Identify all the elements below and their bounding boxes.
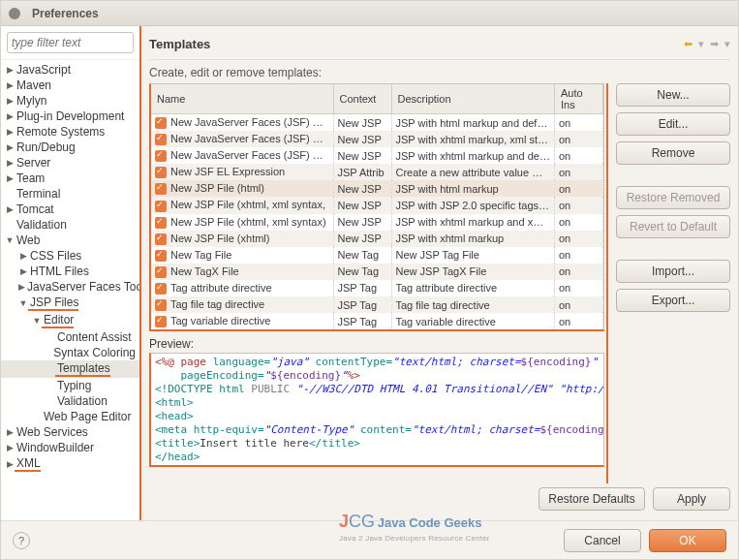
expand-icon[interactable]: ▶ xyxy=(5,111,15,121)
tree-item[interactable]: ▼Editor xyxy=(1,312,139,329)
expand-icon[interactable]: ▼ xyxy=(32,316,42,326)
table-row[interactable]: New JSP File (xhtml, xml syntax)New JSPJ… xyxy=(151,214,603,231)
tree-item[interactable]: ▶JavaScript xyxy=(1,62,139,78)
tree-item[interactable]: ▶Team xyxy=(1,171,139,186)
col-autoins[interactable]: Auto Ins xyxy=(555,84,603,114)
remove-button[interactable]: Remove xyxy=(616,141,730,165)
tree-item-label: Terminal xyxy=(15,187,60,201)
expand-icon[interactable]: ▼ xyxy=(5,235,15,245)
tree-item[interactable]: ▶CSS Files xyxy=(1,248,139,264)
expand-icon[interactable]: ▶ xyxy=(5,158,15,168)
expand-icon[interactable]: ▶ xyxy=(18,251,28,261)
preference-tree[interactable]: ▶JavaScript▶Maven▶Mylyn▶Plug-in Developm… xyxy=(1,60,139,520)
tree-item[interactable]: Content Assist xyxy=(1,329,139,345)
sidebar: ▶JavaScript▶Maven▶Mylyn▶Plug-in Developm… xyxy=(1,26,141,520)
expand-icon[interactable]: ▶ xyxy=(5,173,15,183)
tree-item-label: JSP Files xyxy=(28,296,78,311)
expand-icon[interactable]: ▶ xyxy=(5,65,15,75)
close-icon[interactable] xyxy=(9,8,20,19)
checkbox-icon[interactable] xyxy=(155,233,167,245)
checkbox-icon[interactable] xyxy=(155,316,167,327)
expand-icon[interactable]: ▶ xyxy=(5,142,15,152)
col-description[interactable]: Description xyxy=(391,84,555,114)
tree-item[interactable]: Validation xyxy=(1,217,139,233)
tree-item[interactable]: ▶HTML Files xyxy=(1,264,139,279)
expand-icon[interactable]: ▶ xyxy=(5,204,15,214)
tree-item-label: JavaServer Faces Too xyxy=(25,280,139,294)
new-button[interactable]: New... xyxy=(616,83,730,107)
expand-icon[interactable]: ▶ xyxy=(5,96,15,106)
tree-item[interactable]: ▶XML xyxy=(1,455,139,473)
checkbox-icon[interactable] xyxy=(155,201,167,212)
help-icon[interactable]: ? xyxy=(13,532,30,549)
tree-item[interactable]: ▶Maven xyxy=(1,78,139,93)
tree-item[interactable]: Syntax Coloring xyxy=(1,345,139,360)
table-row[interactable]: Tag file tag directiveJSP TagTag file ta… xyxy=(151,296,603,313)
table-row[interactable]: New JSP File (xhtml, xml syntax,New JSPJ… xyxy=(151,197,603,213)
import-button[interactable]: Import... xyxy=(616,260,730,283)
table-row[interactable]: New JSP File (html)New JSPJSP with html … xyxy=(151,180,603,197)
table-row[interactable]: New TagX FileNew TagNew JSP TagX Fileon xyxy=(151,264,603,280)
tree-item[interactable]: ▶WindowBuilder xyxy=(1,440,139,455)
expand-icon[interactable]: ▼ xyxy=(18,298,28,308)
checkbox-icon[interactable] xyxy=(155,150,167,162)
table-row[interactable]: New JSP File (xhtml)New JSPJSP with xhtm… xyxy=(151,231,603,247)
templates-table[interactable]: Name Context Description Auto Ins New Ja… xyxy=(149,83,604,331)
tree-item[interactable]: ▶Tomcat xyxy=(1,202,139,217)
table-row[interactable]: Tag attribute directiveJSP TagTag attrib… xyxy=(151,280,603,296)
preview-pane: <%@ page language="java" contentType="te… xyxy=(149,353,604,467)
tree-item[interactable]: Typing xyxy=(1,378,139,393)
col-context[interactable]: Context xyxy=(333,84,391,114)
tree-item[interactable]: ▶JavaServer Faces Too xyxy=(1,279,139,295)
tree-item[interactable]: Validation xyxy=(1,393,139,409)
expand-icon[interactable]: ▶ xyxy=(5,427,15,437)
apply-button[interactable]: Apply xyxy=(653,487,730,511)
tree-item[interactable]: ▶Plug-in Development xyxy=(1,109,139,124)
checkbox-icon[interactable] xyxy=(155,183,167,195)
tree-item[interactable]: ▼JSP Files xyxy=(1,295,139,312)
tree-item-label: Web Page Editor xyxy=(42,410,132,423)
checkbox-icon[interactable] xyxy=(155,117,167,129)
table-row[interactable]: New JavaServer Faces (JSF) PageNew JSPJS… xyxy=(151,131,603,147)
expand-icon[interactable]: ▶ xyxy=(5,459,15,469)
checkbox-icon[interactable] xyxy=(155,167,167,178)
tree-item[interactable]: ▶Web Services xyxy=(1,424,139,440)
tree-item-label: Validation xyxy=(55,394,108,408)
table-row[interactable]: Tag variable directiveJSP TagTag variabl… xyxy=(151,313,603,329)
expand-icon[interactable]: ▶ xyxy=(5,127,15,137)
tree-item[interactable]: ▼Web xyxy=(1,233,139,248)
tree-item[interactable]: Templates xyxy=(1,360,139,378)
tree-item[interactable]: ▶Remote Systems xyxy=(1,124,139,140)
forward-dropdown-icon[interactable]: ▾ xyxy=(724,38,730,50)
back-dropdown-icon[interactable]: ▾ xyxy=(698,38,704,50)
back-icon[interactable]: ⬅ xyxy=(684,38,693,50)
expand-icon[interactable]: ▶ xyxy=(5,443,15,452)
tree-item-label: Team xyxy=(15,171,45,185)
table-row[interactable]: New JavaServer Faces (JSF) PageNew JSPJS… xyxy=(151,114,603,132)
table-row[interactable]: New JavaServer Faces (JSF) PageNew JSPJS… xyxy=(151,147,603,164)
tree-item[interactable]: ▶Server xyxy=(1,155,139,171)
forward-icon: ➡ xyxy=(710,38,719,50)
export-button[interactable]: Export... xyxy=(616,289,730,312)
cancel-button[interactable]: Cancel xyxy=(564,529,641,552)
restore-defaults-button[interactable]: Restore Defaults xyxy=(539,487,645,511)
tree-item[interactable]: ▶Mylyn xyxy=(1,93,139,109)
checkbox-icon[interactable] xyxy=(155,266,167,278)
checkbox-icon[interactable] xyxy=(155,217,167,229)
tree-item[interactable]: ▶Run/Debug xyxy=(1,140,139,155)
checkbox-icon[interactable] xyxy=(155,283,167,295)
table-row[interactable]: New JSF EL ExpressionJSP AttribCreate a … xyxy=(151,164,603,180)
table-row[interactable]: New Tag FileNew TagNew JSP Tag Fileon xyxy=(151,247,603,264)
tree-item[interactable]: Terminal xyxy=(1,186,139,202)
tree-item[interactable]: Web Page Editor xyxy=(1,409,139,424)
ok-button[interactable]: OK xyxy=(649,529,726,552)
filter-input[interactable] xyxy=(7,32,134,53)
expand-icon[interactable]: ▶ xyxy=(5,80,15,90)
edit-button[interactable]: Edit... xyxy=(616,112,730,136)
expand-icon[interactable]: ▶ xyxy=(18,266,28,276)
checkbox-icon[interactable] xyxy=(155,250,167,262)
checkbox-icon[interactable] xyxy=(155,134,167,145)
expand-icon[interactable]: ▶ xyxy=(18,282,25,292)
checkbox-icon[interactable] xyxy=(155,299,167,311)
col-name[interactable]: Name xyxy=(151,84,333,114)
